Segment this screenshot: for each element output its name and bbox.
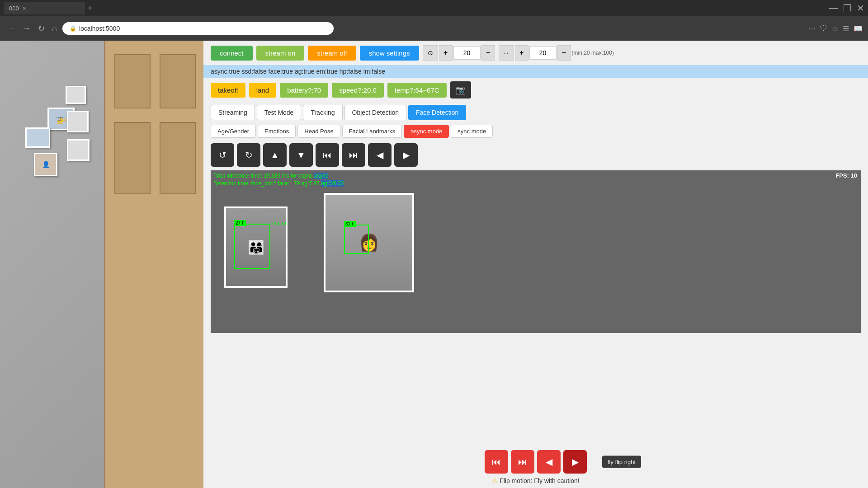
rotate-ccw-btn[interactable]: ↺ <box>211 143 234 167</box>
camera-icon: 📷 <box>456 85 466 94</box>
counter-group-2: ↔ + 20 − (min:20 max:100) <box>499 45 614 61</box>
shield-icon: 🛡 <box>820 24 827 33</box>
counter-group-1: ⊙ + 20 − <box>423 45 495 61</box>
inference-line2: Detection time: face_cnt:2 face:1.79 ag:… <box>213 180 344 188</box>
counter1-plus-btn[interactable]: + <box>439 45 453 61</box>
new-tab-btn[interactable]: + <box>88 4 93 13</box>
page-content: 🚁 👤 connect stream on stream off show se… <box>0 41 868 488</box>
stream-off-button[interactable]: stream off <box>308 46 356 61</box>
counter2-plus-btn[interactable]: + <box>515 45 528 61</box>
counter2-minus-btn[interactable]: − <box>557 45 571 61</box>
subtab-facial-landmarks[interactable]: Facial Landmarks <box>342 125 402 138</box>
subtab-sync-mode[interactable]: sync mode <box>451 125 493 138</box>
lock-icon: 🔒 <box>70 25 76 32</box>
status-bar: async:true ssd:false face:true ag:true e… <box>203 65 868 78</box>
video-container: 👨‍👩‍👧 👩 FPS: 10 Total Inference time: <box>203 170 868 446</box>
reading-mode[interactable]: 📖 <box>854 24 863 33</box>
extensions-btn[interactable]: ⋯ <box>808 24 816 33</box>
tab-bar: 000 × + — ❐ ✕ <box>0 0 868 16</box>
face-box-2 <box>344 225 369 254</box>
bottom-right-btn[interactable]: ▶ <box>563 450 587 474</box>
show-settings-button[interactable]: show settings <box>360 46 419 61</box>
tab-title: 000 <box>9 5 19 12</box>
face-label-1: 27 F <box>234 220 246 226</box>
bookmark-btn[interactable]: ☆ <box>832 24 838 33</box>
browser-tab[interactable]: 000 × <box>4 2 85 14</box>
fast-backward-btn[interactable]: ⏮ <box>316 143 339 167</box>
video-inner: 👨‍👩‍👧 👩 FPS: 10 Total Inference time: <box>211 170 861 333</box>
inference-line2-highlight: ag:0:0.00 <box>321 180 344 187</box>
bottom-fast-backward-btn[interactable]: ⏮ <box>485 450 508 474</box>
url-text: localhost:5000 <box>79 25 120 32</box>
forward-btn[interactable]: → <box>21 22 33 35</box>
minimize-btn[interactable]: — <box>829 3 838 14</box>
tab-tracking[interactable]: Tracking <box>303 105 342 120</box>
rotate-cw-btn[interactable]: ↻ <box>237 143 260 167</box>
close-btn[interactable]: ✕ <box>857 3 864 14</box>
tab-streaming[interactable]: Streaming <box>211 105 255 120</box>
fly-flip-right-tooltip: fly flip right <box>602 456 641 468</box>
subtab-async-mode[interactable]: async mode <box>404 125 449 138</box>
subtabs-bar: Age/Gender Emotions Head Pose Facial Lan… <box>203 123 868 140</box>
fast-forward-btn[interactable]: ⏭ <box>342 143 365 167</box>
video-feed: 👨‍👩‍👧 👩 FPS: 10 Total Inference time: <box>211 170 861 333</box>
back-btn[interactable]: ← <box>5 22 17 35</box>
inference-highlight: async <box>314 173 328 179</box>
connect-button[interactable]: connect <box>211 46 253 61</box>
nav-right: ⋯ 🛡 ☆ ☰ 📖 <box>808 24 863 33</box>
toolbar: connect stream on stream off show settin… <box>203 41 868 65</box>
range-label: (min:20 max:100) <box>572 50 614 56</box>
control-bar: takeoff land battery?:70 speed?:20.0 tem… <box>203 78 868 102</box>
bottom-fast-forward-btn[interactable]: ⏭ <box>511 450 534 474</box>
up-btn[interactable]: ▲ <box>263 143 287 167</box>
tab-test-mode[interactable]: Test Mode <box>257 105 302 120</box>
camera-button[interactable]: 📷 <box>450 81 471 99</box>
speed-button[interactable]: speed?:20.0 <box>332 83 384 98</box>
battery-button[interactable]: battery?:70 <box>280 83 328 98</box>
counter2-input[interactable]: 20 <box>529 46 557 60</box>
subtab-emotions[interactable]: Emotions <box>258 125 296 138</box>
status-text: async:true ssd:false face:true ag:true e… <box>211 68 385 75</box>
temp-button[interactable]: temp?:64~67C <box>387 83 447 98</box>
counter1-input[interactable]: 20 <box>453 46 481 60</box>
nav-bar: ← → ↻ ⌂ 🔒 localhost:5000 ⋯ 🛡 ☆ ☰ 📖 <box>0 16 868 41</box>
warning-icon: ⚠ <box>492 477 498 484</box>
left-btn[interactable]: ◀ <box>368 143 392 167</box>
down-btn[interactable]: ▼ <box>289 143 313 167</box>
restore-btn[interactable]: ❐ <box>843 3 851 14</box>
bottom-controls: ⏮ ⏭ ◀ ▶ fly flip right ⚠ Flip motion: Fl… <box>203 446 868 488</box>
counter-icon-1: ⊙ <box>423 45 438 61</box>
door-panel-bottom-right <box>160 122 196 194</box>
face-emotion-label: neutral <box>272 220 288 225</box>
door <box>104 41 203 488</box>
url-bar[interactable]: 🔒 localhost:5000 <box>62 22 334 35</box>
stream-on-button[interactable]: stream on <box>256 46 305 61</box>
wall-photo-1 <box>66 86 86 104</box>
tab-object-detection[interactable]: Object Detection <box>344 105 407 120</box>
land-button[interactable]: land <box>249 83 276 98</box>
right-btn[interactable]: ▶ <box>394 143 418 167</box>
wall-photo-6: 👤 <box>34 153 57 176</box>
fps-badge: FPS: 10 <box>835 172 857 179</box>
warning-message: Flip motion: Fly with caution! <box>500 477 580 484</box>
takeoff-button[interactable]: takeoff <box>211 83 245 98</box>
door-panel-bottom-left <box>114 122 151 194</box>
bottom-left-btn[interactable]: ◀ <box>537 450 561 474</box>
home-btn[interactable]: ⌂ <box>50 22 59 35</box>
counter1-minus-btn[interactable]: − <box>481 45 495 61</box>
tab-face-detection[interactable]: Face Detection <box>408 105 466 120</box>
wall-photo-5 <box>67 139 90 161</box>
wall-photo-3 <box>67 111 89 132</box>
sidebar-toggle[interactable]: ☰ <box>843 24 849 33</box>
counter-icon-2-symbol: ↔ <box>503 49 509 56</box>
door-panel-top-right <box>160 54 196 108</box>
tab-close-btn[interactable]: × <box>23 5 26 12</box>
subtab-head-pose[interactable]: Head Pose <box>297 125 340 138</box>
door-panel-top-left <box>114 54 151 108</box>
reload-btn[interactable]: ↻ <box>36 22 47 35</box>
bottom-direction-buttons: ⏮ ⏭ ◀ ▶ fly flip right <box>485 450 587 474</box>
subtab-age-gender[interactable]: Age/Gender <box>211 125 256 138</box>
browser-chrome: 000 × + — ❐ ✕ ← → ↻ ⌂ 🔒 localhost:5000 ⋯… <box>0 0 868 41</box>
inference-line1: Total Inference time: 19.383 ms for asyn… <box>213 172 344 180</box>
tabs-bar: Streaming Test Mode Tracking Object Dete… <box>203 102 868 123</box>
